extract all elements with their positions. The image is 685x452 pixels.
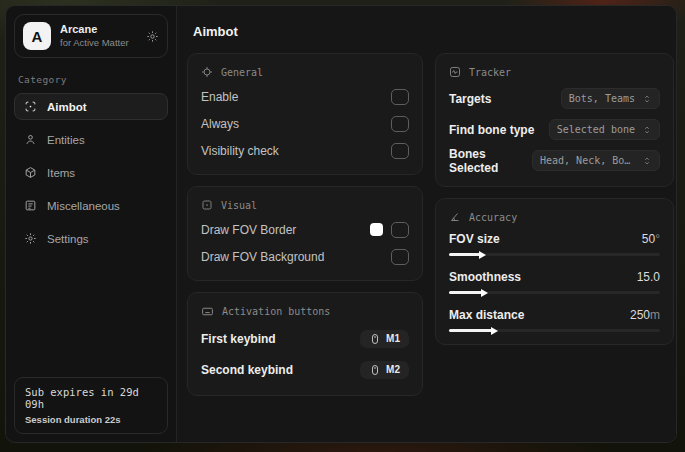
slider-value: 50° (642, 232, 660, 246)
slider-track[interactable] (449, 329, 660, 332)
activation-buttons-panel: Activation buttons First keybind M1 (187, 292, 423, 396)
value-unit: ° (655, 232, 660, 246)
setting-row-draw-fov-border: Draw FOV Border (201, 216, 409, 243)
session-duration-text: Session duration 22s (25, 414, 157, 425)
unfold-icon (642, 94, 652, 104)
color-swatch[interactable] (370, 223, 383, 236)
slider-thumb[interactable] (481, 289, 488, 297)
sidebar-item-label: Miscellaneous (47, 200, 120, 212)
slider-smoothness: Smoothness 15.0 (449, 266, 660, 294)
setting-row-visibility-check: Visibility check (201, 137, 409, 164)
page-title: Aimbot (193, 24, 674, 39)
panel-title: General (221, 67, 263, 78)
slider-track[interactable] (449, 253, 660, 256)
slider-fill (449, 253, 481, 256)
setting-label: Targets (449, 92, 491, 106)
slider-thumb[interactable] (491, 327, 498, 335)
value-number: 250 (630, 308, 650, 322)
brand-subtitle: for Active Matter (60, 37, 129, 49)
checkbox-visibility-check[interactable] (391, 143, 409, 159)
targets-dropdown[interactable]: Bots, Teams (561, 88, 660, 109)
keybind-button-m2[interactable]: M2 (360, 361, 409, 379)
sidebar-item-miscellaneous[interactable]: Miscellaneous (14, 192, 168, 219)
accuracy-panel: Accuracy FOV size 50° (435, 198, 674, 345)
panel-title: Visual (221, 200, 257, 211)
setting-label: Visibility check (201, 144, 279, 158)
setting-row-always: Always (201, 110, 409, 137)
setting-label: Second keybind (201, 363, 293, 377)
setting-row-bones-selected: Bones Selected Head, Neck, Body, Pe.. (449, 145, 660, 176)
main-content: Aimbot General (176, 6, 677, 442)
dropdown-value: Selected bone (557, 124, 635, 135)
setting-label: Draw FOV Background (201, 250, 324, 264)
slider-track[interactable] (449, 291, 660, 294)
slider-header: FOV size 50° (449, 228, 660, 249)
setting-row-draw-fov-background: Draw FOV Background (201, 243, 409, 270)
category-label: Category (18, 74, 164, 85)
slider-header: Max distance 250m (449, 304, 660, 325)
general-panel-header: General (201, 66, 409, 78)
setting-row-enable: Enable (201, 83, 409, 110)
sub-expiry-text: Sub expires in 29d 09h (25, 386, 157, 410)
slider-max-distance: Max distance 250m (449, 304, 660, 332)
setting-label: Draw FOV Border (201, 223, 296, 237)
sidebar-item-settings[interactable]: Settings (14, 225, 168, 252)
setting-label: Bones Selected (449, 147, 532, 175)
setting-row-second-keybind: Second keybind M2 (201, 354, 409, 385)
gear-icon[interactable] (146, 30, 159, 43)
keybind-value: M1 (386, 333, 400, 344)
value-number: 15.0 (637, 270, 660, 284)
checkbox-enable[interactable] (391, 89, 409, 105)
controls-group (370, 222, 409, 238)
sidebar-item-label: Settings (47, 233, 89, 245)
brand-card: A Arcane for Active Matter (14, 14, 168, 58)
setting-row-targets: Targets Bots, Teams (449, 83, 660, 114)
sidebar-item-label: Aimbot (47, 101, 87, 113)
app-window: A Arcane for Active Matter Category Aimb (5, 5, 677, 443)
setting-label: Max distance (449, 308, 524, 322)
setting-label: First keybind (201, 332, 276, 346)
right-column: Tracker Targets Bots, Teams (435, 53, 674, 356)
frame-dot-icon (201, 199, 213, 211)
slider-header: Smoothness 15.0 (449, 266, 660, 287)
left-column: General Enable Always Visibility check (187, 53, 423, 407)
sidebar: A Arcane for Active Matter Category Aimb (6, 6, 176, 442)
angle-icon (449, 211, 461, 223)
checkbox-always[interactable] (391, 116, 409, 132)
keybind-value: M2 (386, 364, 400, 375)
keybind-button-m1[interactable]: M1 (360, 330, 409, 348)
sidebar-item-entities[interactable]: Entities (14, 126, 168, 153)
subscription-card: Sub expires in 29d 09h Session duration … (14, 377, 168, 434)
unfold-icon (642, 156, 652, 166)
cube-icon (24, 166, 37, 179)
panel-title: Activation buttons (222, 306, 330, 317)
general-panel: General Enable Always Visibility check (187, 53, 423, 175)
scan-crosshair-icon (24, 100, 37, 113)
unfold-icon (642, 125, 652, 135)
list-icon (24, 199, 37, 212)
accuracy-panel-header: Accuracy (449, 211, 660, 223)
slider-fill (449, 291, 483, 294)
visual-panel: Visual Draw FOV Border Draw FOV Backgrou… (187, 186, 423, 281)
slider-fill (449, 329, 493, 332)
entities-person-icon (24, 133, 37, 146)
setting-label: Find bone type (449, 123, 534, 137)
value-number: 50 (642, 232, 655, 246)
sidebar-item-aimbot[interactable]: Aimbot (14, 93, 168, 120)
crosshair-icon (201, 66, 213, 78)
slider-fov-size: FOV size 50° (449, 228, 660, 256)
slider-thumb[interactable] (479, 251, 486, 259)
setting-label: Enable (201, 90, 238, 104)
settings-gear-icon (24, 232, 37, 245)
visual-panel-header: Visual (201, 199, 409, 211)
find-bone-type-dropdown[interactable]: Selected bone (549, 119, 660, 140)
bones-selected-dropdown[interactable]: Head, Neck, Body, Pe.. (532, 150, 660, 171)
sidebar-item-items[interactable]: Items (14, 159, 168, 186)
setting-row-first-keybind: First keybind M1 (201, 323, 409, 354)
panel-columns: General Enable Always Visibility check (187, 53, 674, 407)
value-unit: m (650, 308, 660, 322)
checkbox-draw-fov-border[interactable] (391, 222, 409, 238)
tracker-panel: Tracker Targets Bots, Teams (435, 53, 674, 187)
checkbox-draw-fov-background[interactable] (391, 249, 409, 265)
sidebar-item-label: Items (47, 167, 75, 179)
